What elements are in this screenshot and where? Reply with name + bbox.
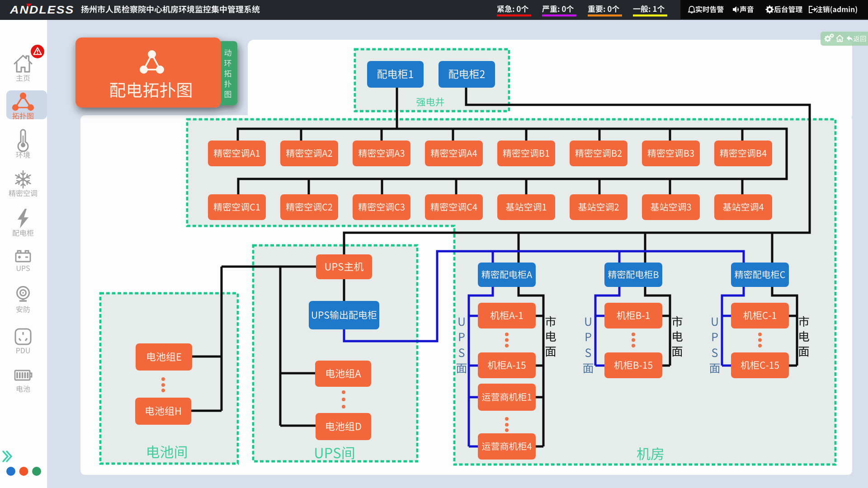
svg-text:ANDLESS: ANDLESS xyxy=(9,4,74,15)
